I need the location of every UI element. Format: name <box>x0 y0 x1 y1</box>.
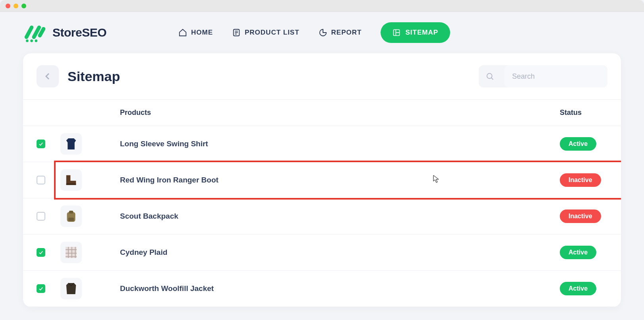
home-icon <box>178 28 187 37</box>
svg-point-10 <box>487 74 492 79</box>
nav-report-label: REPORT <box>331 29 362 37</box>
product-thumbnail <box>60 169 82 191</box>
status-badge[interactable]: Active <box>560 246 596 259</box>
svg-line-11 <box>491 78 493 80</box>
row-checkbox[interactable] <box>37 176 45 184</box>
app-window: StoreSEO HOME PRODUCT LIST <box>0 0 644 320</box>
document-list-icon <box>232 28 241 37</box>
svg-point-2 <box>35 39 38 42</box>
nav-sitemap-label: SITEMAP <box>405 29 438 37</box>
card-header: Sitemap <box>23 53 621 99</box>
nav-home[interactable]: HOME <box>178 28 213 37</box>
product-name: Scout Backpack <box>120 212 178 220</box>
content-card: Sitemap Products Status Long Sleeve Swin… <box>23 53 621 307</box>
table-row[interactable]: Cydney PlaidActive <box>23 235 621 271</box>
product-thumbnail <box>60 278 82 299</box>
product-name: Duckworth Woolfill Jacket <box>120 284 214 293</box>
status-badge[interactable]: Inactive <box>560 209 601 223</box>
row-checkbox[interactable] <box>37 284 45 293</box>
product-thumbnail <box>60 242 82 263</box>
table-body: Long Sleeve Swing ShirtActiveRed Wing Ir… <box>23 126 621 307</box>
search-button[interactable] <box>479 65 501 87</box>
table-row[interactable]: Scout BackpackInactive <box>23 198 621 235</box>
row-checkbox[interactable] <box>37 212 45 221</box>
table-row[interactable]: Red Wing Iron Ranger BootInactive <box>23 162 621 198</box>
row-checkbox[interactable] <box>37 248 45 257</box>
top-navbar: StoreSEO HOME PRODUCT LIST <box>0 12 644 53</box>
status-badge[interactable]: Inactive <box>560 173 601 187</box>
brand-logo[interactable]: StoreSEO <box>23 21 106 45</box>
window-close-button[interactable] <box>6 4 10 8</box>
product-name: Cydney Plaid <box>120 248 167 256</box>
search-icon <box>485 72 494 81</box>
status-badge[interactable]: Active <box>560 282 596 295</box>
column-header-products: Products <box>120 109 560 117</box>
nav-product-list[interactable]: PRODUCT LIST <box>232 28 300 37</box>
svg-rect-12 <box>66 184 76 185</box>
chevron-left-icon <box>43 72 52 81</box>
window-maximize-button[interactable] <box>21 4 26 8</box>
search-input[interactable] <box>504 65 607 87</box>
page-title: Sitemap <box>68 69 120 84</box>
brand-logo-mark-icon <box>23 21 48 45</box>
product-thumbnail <box>60 133 82 155</box>
layout-grid-icon <box>393 29 400 37</box>
svg-rect-14 <box>69 211 73 213</box>
window-titlebar <box>0 0 644 12</box>
column-header-status: Status <box>560 109 607 117</box>
product-name: Red Wing Iron Ranger Boot <box>120 176 219 184</box>
svg-point-0 <box>26 39 29 42</box>
check-icon <box>38 286 44 291</box>
svg-point-1 <box>30 39 33 42</box>
window-minimize-button[interactable] <box>14 4 18 8</box>
nav-product-list-label: PRODUCT LIST <box>245 29 300 37</box>
product-thumbnail <box>60 206 82 227</box>
pie-chart-icon <box>319 28 327 37</box>
back-button[interactable] <box>37 65 59 87</box>
row-checkbox[interactable] <box>37 140 45 148</box>
primary-nav: HOME PRODUCT LIST REPORT <box>178 22 450 43</box>
table-row[interactable]: Duckworth Woolfill JacketActive <box>23 271 621 307</box>
product-name: Long Sleeve Swing Shirt <box>120 140 208 148</box>
search-group <box>479 65 607 87</box>
nav-report[interactable]: REPORT <box>319 28 362 37</box>
nav-sitemap-button[interactable]: SITEMAP <box>381 22 450 43</box>
nav-home-label: HOME <box>191 29 213 37</box>
table-header-row: Products Status <box>23 99 621 126</box>
table-row[interactable]: Long Sleeve Swing ShirtActive <box>23 126 621 162</box>
status-badge[interactable]: Active <box>560 137 596 151</box>
check-icon <box>38 141 44 147</box>
check-icon <box>38 250 44 255</box>
brand-logo-text: StoreSEO <box>52 26 106 39</box>
svg-rect-15 <box>68 218 74 221</box>
